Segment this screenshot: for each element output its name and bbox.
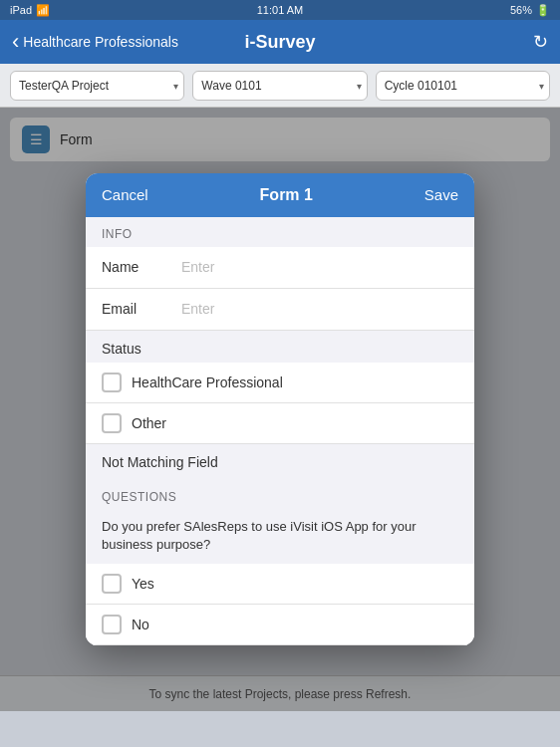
modal-title: Form 1 bbox=[260, 186, 313, 204]
info-section-header: INFO bbox=[86, 217, 474, 247]
cycle-select[interactable]: Cycle 010101 bbox=[376, 71, 550, 101]
status-section-label: Status bbox=[86, 331, 474, 363]
modal-overlay: Cancel Form 1 Save INFO Name Email Statu… bbox=[0, 108, 560, 711]
device-label: iPad bbox=[10, 4, 32, 16]
no-checkbox-box[interactable] bbox=[102, 615, 122, 634]
other-checkbox[interactable]: Other bbox=[86, 403, 474, 444]
main-area: ☰ Form Cancel Form 1 Save INFO Name bbox=[0, 108, 560, 711]
project-select-wrapper[interactable]: TesterQA Project bbox=[10, 71, 184, 101]
modal: Cancel Form 1 Save INFO Name Email Statu… bbox=[86, 173, 474, 645]
modal-body: INFO Name Email Status HealthCare Profes… bbox=[86, 217, 474, 645]
wifi-icon: 📶 bbox=[36, 4, 50, 17]
questions-section-header: QUESTIONS bbox=[86, 480, 474, 510]
yes-checkbox-label: Yes bbox=[132, 576, 154, 592]
question-text: Do you prefer SAlesReps to use iVisit iO… bbox=[86, 510, 474, 564]
save-button[interactable]: Save bbox=[424, 186, 458, 203]
healthcare-checkbox-label: HealthCare Professional bbox=[132, 374, 283, 390]
status-bar: iPad 📶 11:01 AM 56% 🔋 bbox=[0, 0, 560, 20]
name-input[interactable] bbox=[181, 259, 458, 275]
status-right: 56% 🔋 bbox=[510, 4, 550, 17]
wave-select-wrapper[interactable]: Wave 0101 bbox=[192, 71, 367, 101]
project-select[interactable]: TesterQA Project bbox=[10, 71, 184, 101]
email-input[interactable] bbox=[181, 301, 458, 317]
healthcare-checkbox-box[interactable] bbox=[102, 373, 122, 392]
cycle-select-wrapper[interactable]: Cycle 010101 bbox=[376, 71, 550, 101]
battery-percent: 56% bbox=[510, 4, 532, 16]
healthcare-professional-checkbox[interactable]: HealthCare Professional bbox=[86, 363, 474, 403]
email-label: Email bbox=[102, 301, 181, 317]
time-label: 11:01 AM bbox=[257, 4, 303, 16]
no-checkbox[interactable]: No bbox=[86, 605, 474, 645]
chevron-left-icon bbox=[12, 31, 19, 53]
questions-section: QUESTIONS Do you prefer SAlesReps to use… bbox=[86, 480, 474, 645]
battery-icon: 🔋 bbox=[536, 4, 550, 17]
modal-header: Cancel Form 1 Save bbox=[86, 173, 474, 217]
other-checkbox-label: Other bbox=[132, 415, 166, 431]
yes-checkbox-box[interactable] bbox=[102, 574, 122, 594]
wave-select[interactable]: Wave 0101 bbox=[192, 71, 367, 101]
no-checkbox-label: No bbox=[132, 617, 149, 632]
name-field-row: Name bbox=[86, 247, 474, 289]
not-matching-field: Not Matching Field bbox=[86, 444, 474, 480]
back-label: Healthcare Professionals bbox=[23, 34, 178, 50]
cancel-button[interactable]: Cancel bbox=[102, 186, 148, 203]
status-left: iPad 📶 bbox=[10, 4, 50, 17]
yes-checkbox[interactable]: Yes bbox=[86, 564, 474, 605]
email-field-row: Email bbox=[86, 289, 474, 331]
name-label: Name bbox=[102, 259, 181, 275]
filter-bar: TesterQA Project Wave 0101 Cycle 010101 bbox=[0, 64, 560, 108]
refresh-button[interactable]: ↻ bbox=[533, 31, 548, 53]
other-checkbox-box[interactable] bbox=[102, 413, 122, 433]
nav-title: i-Survey bbox=[244, 32, 315, 53]
nav-bar: Healthcare Professionals i-Survey ↻ bbox=[0, 20, 560, 64]
back-button[interactable]: Healthcare Professionals bbox=[12, 31, 178, 53]
